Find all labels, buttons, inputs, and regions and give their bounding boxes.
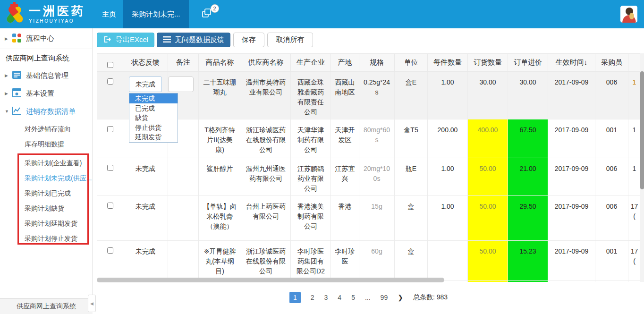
save-button[interactable]: 保存 — [233, 33, 264, 47]
cancel-all-button[interactable]: 取消所有 — [267, 33, 313, 47]
cell-effective-date: 2017-09-09 — [548, 158, 595, 196]
cell-per-qty: 1.00 — [428, 158, 468, 196]
tab-home[interactable]: 主页 — [95, 0, 123, 28]
cell-spec: 0.25g*24s — [359, 72, 395, 119]
page-button[interactable]: 4 — [338, 294, 341, 301]
row-checkbox[interactable] — [107, 78, 113, 85]
cell-spec: 15g — [359, 196, 395, 241]
sidebar-item-inventory-data-list[interactable]: ▼ 进销存数据清单 — [0, 102, 92, 121]
page-button[interactable]: 99 — [381, 294, 388, 301]
column-header[interactable]: 生效时间↓ — [548, 54, 595, 72]
cell-extra-cut: 17 ( — [628, 241, 641, 281]
cell-origin: 香港 — [331, 196, 359, 241]
column-header[interactable]: 状态反馈 — [123, 54, 168, 72]
status-dropdown-option[interactable]: 停止供货 — [129, 123, 178, 133]
cell-spec: 20mg*100s — [359, 158, 395, 196]
row-checkbox-cell — [97, 196, 123, 241]
sidebar-subitem[interactable]: 采购计划(企业查看) — [0, 155, 92, 170]
horizontal-scrollbar-thumb[interactable] — [97, 278, 444, 282]
cell-manufacturer: 江苏鹏鹞药业有限公司 — [291, 158, 331, 196]
sidebar-item-label: 基础信息管理 — [26, 71, 68, 80]
column-header[interactable]: 供应商名称 — [241, 54, 291, 72]
no-issue-feedback-button[interactable]: 无问题数据反馈 — [157, 33, 230, 47]
cell-order-price: 15.23 — [508, 241, 548, 281]
status-dropdown-option[interactable]: 未完成 — [129, 93, 178, 103]
sidebar-item-label: 进销存数据清单 — [26, 107, 76, 116]
column-header[interactable]: 生产企业 — [291, 54, 331, 72]
status-dropdown-option[interactable]: 已完成 — [129, 103, 178, 113]
cell-extra-cut: 1 — [628, 281, 641, 282]
user-avatar[interactable] — [620, 6, 637, 23]
sidebar-subitem[interactable]: 采购计划未完成(供应... — [0, 170, 92, 186]
open-windows-button[interactable]: 2 — [189, 0, 225, 28]
row-checkbox[interactable] — [107, 165, 113, 171]
sidebar-subitem[interactable]: 库存明细数据 — [0, 136, 92, 152]
sidebar-collapse-handle[interactable]: ◀ — [88, 295, 96, 312]
cell-buyer: 001 — [595, 241, 628, 281]
page-button[interactable]: 2 — [311, 294, 314, 301]
column-header[interactable]: 产地 — [331, 54, 359, 72]
cell-buyer: 006 — [595, 158, 628, 196]
cell-order-qty — [468, 281, 508, 282]
document-icon — [12, 70, 21, 81]
status-dropdown-option[interactable]: 延期发货 — [129, 132, 178, 142]
page-button[interactable]: 1 — [289, 292, 301, 303]
cell-buyer: 006 — [595, 72, 628, 119]
pagination: 12345...99❯总条数: 983 — [97, 290, 640, 305]
page-button[interactable]: 5 — [351, 294, 355, 301]
row-checkbox[interactable] — [107, 247, 113, 254]
cell-per-qty: 200.00 — [428, 119, 468, 158]
export-excel-button[interactable]: 导出EXcel — [97, 33, 154, 47]
vertical-scrollbar-thumb[interactable] — [640, 71, 644, 189]
column-header[interactable]: 订单进价 — [508, 54, 548, 72]
cell-unit: 盒 — [395, 241, 428, 281]
column-header[interactable]: 每件数量 — [428, 54, 468, 72]
remark-input[interactable] — [168, 76, 194, 92]
colored-grid-icon — [12, 34, 21, 44]
tab-purchase-plan-unfinished[interactable]: 采购计划未完... — [123, 0, 189, 28]
sidebar-subitem[interactable]: 采购计划延期发货 — [0, 216, 92, 231]
sidebar-item-basic-settings[interactable]: ▶ 基本设置 — [0, 84, 92, 103]
column-header[interactable]: 单位 — [395, 54, 428, 72]
column-header[interactable]: 采购员 — [595, 54, 628, 72]
cell-per-qty — [428, 241, 468, 281]
cell-product-name: ※开胃健脾丸(本草纲目) — [199, 241, 241, 281]
settings-window-icon — [12, 88, 21, 99]
cell-buyer: 006 — [595, 196, 628, 241]
status-dropdown-list: 未完成已完成缺货停止供货延期发货 — [129, 93, 178, 143]
divider — [0, 49, 92, 49]
row-checkbox[interactable] — [107, 203, 113, 209]
row-checkbox[interactable] — [107, 126, 113, 132]
top-bar: 一洲医药 YIZHOUYIYAO 主页 采购计划未完... 2 — [0, 0, 644, 28]
brand-subtitle: YIZHOUYIYAO — [29, 18, 85, 24]
line-chart-icon — [12, 106, 21, 117]
sidebar-subitem[interactable]: 采购计划停止发货 — [0, 231, 92, 246]
sidebar-subitem[interactable]: 对外进销存流向 — [0, 121, 92, 136]
sidebar-subitem[interactable]: 采购计划缺货 — [0, 201, 92, 216]
cell-order-qty: 50.00 — [468, 196, 508, 241]
cell-buyer: 001 — [595, 281, 628, 282]
list-icon — [163, 36, 171, 44]
table-header-row: 状态反馈备注商品名称供应商名称生产企业产地规格单位每件数量订货数量订单进价生效时… — [97, 54, 641, 72]
column-header[interactable]: 商品名称 — [199, 54, 241, 72]
cell-extra-cut: 17 ( — [628, 196, 641, 241]
table-row: T格列齐特片II(达美康)浙江珍诚医药在线股份有限公司天津华津制药有限公司天津开… — [97, 119, 641, 158]
row-checkbox-cell — [97, 158, 123, 196]
sidebar-item-label: 基本设置 — [26, 89, 54, 98]
status-dropdown-option[interactable]: 缺货 — [129, 113, 178, 123]
column-header[interactable]: 规格 — [359, 54, 395, 72]
cell-unit: 盒T5 — [395, 119, 428, 158]
cell-manufacturer: 香港澳美制药有限公司 — [291, 196, 331, 241]
status-feedback-select[interactable]: 未完成 — [129, 76, 162, 92]
next-page-button[interactable]: ❯ — [398, 294, 403, 301]
pills-logo-icon — [4, 2, 25, 26]
cell-spec: 60g — [359, 241, 395, 281]
sidebar-item-process-center[interactable]: ▶ 流程中心 — [0, 28, 92, 49]
column-header[interactable]: 订货数量 — [468, 54, 508, 72]
row-checkbox-cell — [97, 119, 123, 158]
column-header[interactable]: 备注 — [168, 54, 199, 72]
select-all-checkbox[interactable] — [107, 62, 113, 68]
sidebar-subitem[interactable]: 采购计划已完成 — [0, 186, 92, 201]
sidebar-item-basic-info[interactable]: ▶ 基础信息管理 — [0, 66, 92, 85]
page-button[interactable]: 3 — [324, 294, 328, 301]
